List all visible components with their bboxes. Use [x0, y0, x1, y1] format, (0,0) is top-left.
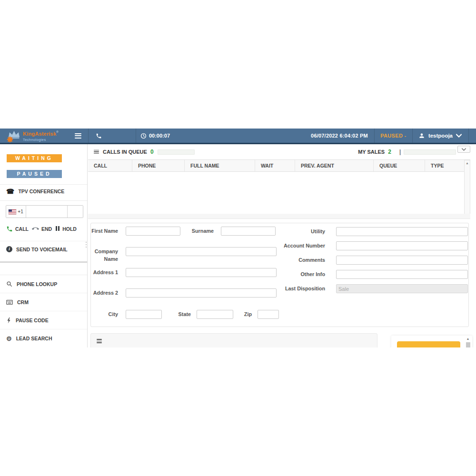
- column-header-phone[interactable]: PHONE: [132, 160, 185, 171]
- column-header-wait[interactable]: WAIT: [255, 160, 295, 171]
- end-call-button[interactable]: END: [32, 225, 52, 232]
- address1-label: Address 1: [91, 269, 118, 277]
- user-icon: [418, 132, 425, 139]
- crown-logo-icon: [6, 129, 22, 143]
- first-name-input[interactable]: [126, 227, 180, 236]
- sidebar-item-phone-lookup[interactable]: PHONE LOOKUP: [0, 275, 87, 293]
- clock-icon: [140, 133, 147, 139]
- sales-progress-tick: |: [399, 149, 401, 155]
- logo-title: KingAsterisk: [23, 131, 56, 137]
- account-number-input[interactable]: [336, 241, 468, 250]
- scrollbar-thumb[interactable]: [466, 342, 470, 347]
- comments-label: Comments: [267, 257, 325, 264]
- gear-icon: ⚙: [6, 336, 12, 342]
- scroll-up-icon[interactable]: ▲: [465, 161, 470, 166]
- scroll-up-icon[interactable]: ▲: [465, 337, 471, 340]
- column-header-full-name[interactable]: FULL NAME: [185, 160, 255, 171]
- agent-status-badge[interactable]: PAUSED -: [374, 129, 412, 143]
- column-header-type[interactable]: TYPE: [425, 160, 470, 171]
- utility-input[interactable]: [336, 227, 468, 236]
- surname-label: Surname: [185, 228, 214, 235]
- calls-in-queue-label: CALLS IN QUEUE: [103, 149, 147, 155]
- datetime-display: 06/07/2022 6:04:02 PM: [311, 129, 374, 143]
- queue-status-bar: CALLS IN QUEUE 0 MY SALES 2 |: [88, 144, 476, 159]
- address2-label: Address 2: [91, 289, 118, 297]
- brand-logo[interactable]: KingAsterisk® Technologies: [0, 129, 88, 143]
- phone-number-input[interactable]: [26, 206, 67, 218]
- pause-icon: [55, 226, 60, 232]
- sidebar-item-crm[interactable]: CRM: [0, 293, 87, 311]
- company-name-label: Company Name: [91, 248, 118, 263]
- my-sales-label: MY SALES: [358, 149, 385, 155]
- sidebar-item-pause-code[interactable]: PAUSE CODE: [0, 311, 87, 329]
- crm-icon: [6, 299, 13, 305]
- sales-progress-bar: [404, 149, 456, 155]
- column-header-call[interactable]: CALL: [88, 160, 132, 171]
- tpv-conference-button[interactable]: ☎ TPV CONFERENCE: [6, 188, 64, 195]
- queue-progress-bar: [158, 149, 195, 155]
- last-disposition-label: Last Disposition: [267, 285, 325, 293]
- user-menu[interactable]: testpooja: [412, 129, 468, 143]
- sidebar-resize-handle[interactable]: [86, 242, 87, 248]
- logo-subtitle: Technologies: [23, 138, 59, 142]
- paused-button[interactable]: PAUSED: [7, 170, 62, 178]
- other-info-input[interactable]: [336, 270, 468, 279]
- zip-input[interactable]: [258, 310, 279, 319]
- panel-collapse-button[interactable]: [457, 146, 470, 153]
- connection-status-card: Connecting... ▲: [391, 336, 472, 347]
- city-input[interactable]: [126, 310, 162, 319]
- call-icon: [6, 226, 13, 232]
- navbar-right-stub: [468, 129, 476, 143]
- us-flag-icon: [9, 209, 16, 214]
- script-panel-hamburger-icon[interactable]: [97, 339, 371, 343]
- active-call-section[interactable]: [88, 129, 136, 143]
- comments-input[interactable]: [336, 256, 468, 265]
- last-disposition-input: [336, 284, 468, 293]
- main-content: CALLS IN QUEUE 0 MY SALES 2 |: [88, 144, 476, 347]
- status-card-scrollbar[interactable]: ▲: [465, 337, 471, 347]
- state-input[interactable]: [197, 310, 233, 319]
- address2-input[interactable]: [126, 288, 277, 298]
- calls-table-body: [88, 172, 470, 214]
- address1-input[interactable]: [126, 268, 277, 277]
- zip-label: Zip: [237, 311, 252, 318]
- hold-button[interactable]: HOLD: [55, 226, 77, 232]
- script-panel: [90, 333, 377, 347]
- agent-sidebar: WAITING PAUSED ☎ TPV CONFERENCE +1: [0, 144, 88, 347]
- company-name-input[interactable]: [126, 247, 277, 256]
- lead-form: First Name Surname Company Name Address …: [90, 223, 469, 327]
- country-code-selector[interactable]: +1: [6, 206, 26, 218]
- tpv-phone-icon: ☎: [6, 188, 14, 195]
- screen: KingAsterisk® Technologies 00:00:07 06/0…: [0, 0, 476, 476]
- chevron-down-icon: [462, 148, 466, 151]
- city-label: City: [99, 311, 118, 318]
- my-sales-count: 2: [388, 149, 391, 155]
- dialpad-button[interactable]: [67, 206, 83, 218]
- utility-label: Utility: [267, 228, 325, 236]
- lightning-icon: [6, 317, 11, 324]
- dialer-app-window: KingAsterisk® Technologies 00:00:07 06/0…: [0, 129, 476, 347]
- top-navbar: KingAsterisk® Technologies 00:00:07 06/0…: [0, 129, 476, 144]
- dial-number-box: +1: [6, 205, 83, 218]
- account-number-label: Account Number: [267, 242, 325, 250]
- table-horizontal-scrollbar[interactable]: [88, 214, 470, 219]
- queue-list-hamburger-icon[interactable]: [94, 149, 99, 155]
- call-timer: 00:00:07: [136, 129, 174, 143]
- connecting-button[interactable]: Connecting...: [397, 341, 460, 347]
- info-icon: i: [6, 246, 12, 252]
- column-header-prev-agent[interactable]: PREV. AGENT: [295, 160, 374, 171]
- column-header-queue[interactable]: QUEUE: [374, 160, 425, 171]
- country-code: +1: [18, 209, 23, 214]
- first-name-label: First Name: [91, 228, 118, 235]
- other-info-label: Other Info: [267, 271, 325, 278]
- username: testpooja: [428, 133, 453, 139]
- tpv-conference-label: TPV CONFERENCE: [18, 188, 64, 194]
- timer-value: 00:00:07: [149, 133, 170, 139]
- waiting-button[interactable]: WAITING: [7, 154, 62, 162]
- menu-hamburger-icon[interactable]: [75, 132, 81, 139]
- table-scrollbar[interactable]: ▲ ▼: [464, 160, 470, 218]
- sidebar-item-lead-search[interactable]: ⚙ LEAD SEARCH: [0, 329, 87, 347]
- call-button[interactable]: CALL: [6, 226, 29, 232]
- send-to-voicemail-button[interactable]: i SEND TO VOICEMAIL: [6, 246, 68, 252]
- logo-registered-mark: ®: [56, 130, 58, 133]
